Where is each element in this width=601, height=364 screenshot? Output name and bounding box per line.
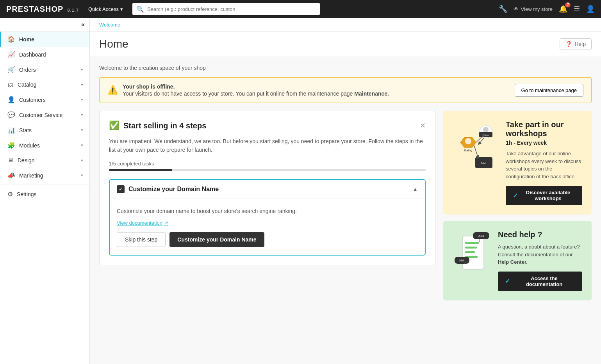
chevron-down-icon: ▾ xyxy=(81,143,83,148)
customers-icon: 👤 xyxy=(7,96,15,103)
access-documentation-button[interactable]: ✓ Access the documentation xyxy=(498,272,582,291)
catalog-icon: 🗂 xyxy=(7,81,14,88)
progress-label: 1/5 completed tasks xyxy=(109,161,426,167)
help-svg: Julia Matt xyxy=(453,230,492,281)
close-start-card-button[interactable]: ✕ xyxy=(420,121,426,130)
help-button[interactable]: ❓ Help xyxy=(560,38,592,50)
design-icon: 🖥 xyxy=(7,157,14,164)
quick-access-label: Quick Access xyxy=(88,6,119,12)
discover-workshops-label: Discover available workshops xyxy=(521,190,575,201)
notifications-bell[interactable]: 🔔 7 xyxy=(559,5,567,13)
eye-icon: 👁 xyxy=(514,6,519,12)
sidebar-item-customer-service[interactable]: 💬 Customer Service ▾ xyxy=(0,107,89,123)
task-checkbox: ✓ xyxy=(117,185,125,193)
help-description: A question, a doubt about a feature? Con… xyxy=(498,243,582,266)
sidebar-item-label: Customer Service xyxy=(19,112,77,118)
sidebar-divider xyxy=(0,185,89,185)
two-column-layout: ✅ Start selling in 4 steps ✕ You are imp… xyxy=(99,111,592,300)
main-content: Welcome Home ❓ Help Welcome to the creat… xyxy=(90,18,601,364)
help-content: Need help ? A question, a doubt about a … xyxy=(498,230,582,291)
start-selling-card: ✅ Start selling in 4 steps ✕ You are imp… xyxy=(99,111,435,265)
content-area: Welcome to the creation space of your sh… xyxy=(90,57,601,308)
start-card-title: ✅ Start selling in 4 steps xyxy=(109,121,206,131)
workshop-svg: Anna Kathy Matt xyxy=(453,120,499,171)
help-card: Julia Matt Need help ? xyxy=(443,221,592,300)
left-column: ✅ Start selling in 4 steps ✕ You are imp… xyxy=(99,111,435,300)
customize-domain-button[interactable]: Customize your Domain Name xyxy=(169,232,264,247)
svg-text:Matt: Matt xyxy=(481,162,487,165)
sidebar-collapse-button[interactable]: « xyxy=(0,18,89,32)
search-input[interactable] xyxy=(147,6,316,12)
workshop-description: Take advantage of our online workshops e… xyxy=(506,150,582,180)
workshop-subtitle: 1h - Every week xyxy=(506,140,582,146)
user-avatar-icon[interactable]: 👤 xyxy=(586,5,595,13)
help-center-link[interactable]: Help Center. xyxy=(498,259,528,265)
sidebar-item-catalog[interactable]: 🗂 Catalog ▾ xyxy=(0,77,89,92)
chevron-down-icon: ▾ xyxy=(81,173,83,178)
svg-rect-15 xyxy=(465,247,477,249)
modules-icon: 🧩 xyxy=(7,142,15,149)
sidebar-item-customers[interactable]: 👤 Customers ▾ xyxy=(0,92,89,107)
svg-text:Julia: Julia xyxy=(478,234,484,237)
view-doc-label: View documentation xyxy=(117,220,162,226)
brand-name: PRESTASHOP xyxy=(6,5,63,13)
help-illustration: Julia Matt xyxy=(453,230,492,282)
page-header: Home ❓ Help xyxy=(90,32,601,57)
breadcrumb-link-welcome[interactable]: Welcome xyxy=(99,22,120,28)
sidebar-item-modules[interactable]: 🧩 Modules ▾ xyxy=(0,138,89,153)
sidebar-item-label: Dashboard xyxy=(19,51,83,58)
alert-body: Your visitors do not have access to your… xyxy=(123,91,353,97)
home-icon: 🏠 xyxy=(7,36,15,43)
discover-workshops-button[interactable]: ✓ Discover available workshops xyxy=(506,186,582,205)
sidebar-item-label: Modules xyxy=(19,142,77,149)
view-store-label: View my store xyxy=(521,6,553,12)
view-store-link[interactable]: 👁 View my store xyxy=(514,6,553,12)
task-card-header[interactable]: ✓ Customize your Domain Name ▲ xyxy=(110,180,425,199)
search-icon: 🔍 xyxy=(136,5,144,13)
topnav: PRESTASHOP 8.1.7 Quick Access ▾ 🔍 🔧 👁 Vi… xyxy=(0,0,601,18)
quick-access-menu[interactable]: Quick Access ▾ xyxy=(85,5,126,14)
access-documentation-label: Access the documentation xyxy=(513,275,575,287)
svg-rect-14 xyxy=(465,242,479,244)
sidebar-item-label: Customers xyxy=(19,97,77,103)
chevron-down-icon: ▾ xyxy=(120,6,123,12)
external-link-icon: ↗ xyxy=(164,220,168,226)
sidebar-item-settings[interactable]: ⚙ Settings xyxy=(0,186,89,202)
sidebar-item-label: Catalog xyxy=(18,82,77,88)
settings-icon: ⚙ xyxy=(7,190,13,198)
sidebar-item-home[interactable]: 🏠 Home xyxy=(0,32,89,47)
task-title: Customize your Domain Name xyxy=(128,186,219,193)
check-icon: ✓ xyxy=(505,277,510,285)
sidebar-item-stats[interactable]: 📊 Stats ▾ xyxy=(0,123,89,138)
workshop-card: Anna Kathy Matt xyxy=(443,111,592,215)
search-bar: 🔍 xyxy=(132,3,320,15)
stats-icon: 📊 xyxy=(7,126,15,134)
start-card-title-text: Start selling in 4 steps xyxy=(123,121,206,130)
sidebar-item-design[interactable]: 🖥 Design ▾ xyxy=(0,153,89,168)
chevron-down-icon: ▾ xyxy=(81,112,83,117)
check-icon: ✓ xyxy=(513,192,518,199)
menu-lines-icon[interactable]: ☰ xyxy=(574,5,580,13)
sidebar-item-label: Marketing xyxy=(19,172,77,179)
skip-step-button[interactable]: Skip this step xyxy=(117,232,166,247)
alert-title: Your shop is offline. xyxy=(123,83,175,90)
sidebar-item-marketing[interactable]: 📣 Marketing ▾ xyxy=(0,168,89,183)
collapse-icon: « xyxy=(81,21,85,28)
maintenance-page-button[interactable]: Go to maintenance page xyxy=(515,84,583,97)
welcome-message: Welcome to the creation space of your sh… xyxy=(99,65,592,71)
svg-point-1 xyxy=(483,127,489,132)
task-actions: Skip this step Customize your Domain Nam… xyxy=(117,232,418,247)
sidebar-item-dashboard[interactable]: 📈 Dashboard xyxy=(0,47,89,62)
view-documentation-link[interactable]: View documentation ↗ xyxy=(117,220,168,226)
sidebar-item-orders[interactable]: 🛒 Orders ▾ xyxy=(0,62,89,77)
svg-text:Kathy: Kathy xyxy=(464,149,472,152)
sidebar-item-label: Orders xyxy=(19,67,77,73)
svg-text:Matt: Matt xyxy=(459,259,465,262)
chevron-down-icon: ▾ xyxy=(81,97,83,102)
alert-maintenance-link[interactable]: Maintenance. xyxy=(354,91,389,97)
start-card-header: ✅ Start selling in 4 steps ✕ xyxy=(109,121,426,131)
sidebar-item-label: Stats xyxy=(19,127,77,133)
workshop-title: Take part in our workshops xyxy=(506,120,582,138)
tools-icon[interactable]: 🔧 xyxy=(499,5,507,13)
breadcrumb: Welcome xyxy=(90,18,601,32)
